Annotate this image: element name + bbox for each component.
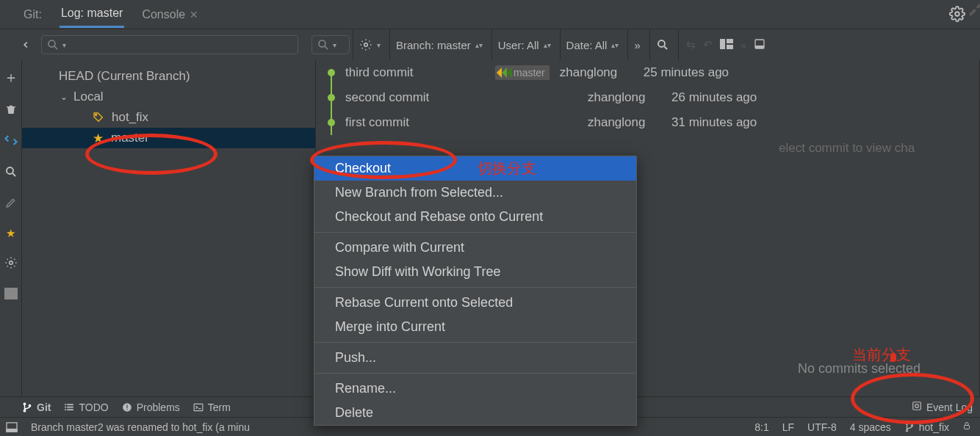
date-filter[interactable]: Date: All ▴▾ — [560, 29, 625, 60]
bottom-tab-terminal[interactable]: Term — [193, 402, 231, 413]
toolwindow-mode-icon[interactable] — [4, 288, 18, 302]
commit-search-input[interactable]: ▾ — [311, 35, 350, 54]
build-icon[interactable] — [968, 1, 980, 16]
status-toolwindow-icon[interactable] — [6, 422, 18, 432]
svg-point-22 — [24, 403, 25, 404]
menu-rename[interactable]: Rename... — [314, 377, 636, 401]
status-line-separator[interactable]: LF — [782, 421, 794, 433]
list-icon — [64, 402, 74, 413]
more-filters[interactable]: » — [627, 29, 646, 60]
top-tabs-bar: Git: Log: master Console ✕ — [0, 0, 980, 29]
svg-rect-10 — [727, 45, 733, 49]
svg-rect-25 — [65, 404, 67, 405]
lock-icon[interactable] — [962, 421, 971, 433]
event-log-button[interactable]: Event Log — [912, 401, 973, 413]
log-toolbar-actions: ⇆ ↶ » — [678, 29, 773, 60]
log-filter-bar: ▾ ▾ ▾ Branch: master ▴▾ User: All ▴▾ Dat… — [0, 29, 980, 60]
branch-search-input[interactable]: ▾ — [41, 35, 298, 54]
svg-point-1 — [48, 40, 55, 47]
svg-point-40 — [906, 423, 907, 424]
git-toolwindow-label[interactable]: Git: — [22, 2, 43, 27]
settings-tool-icon[interactable] — [4, 256, 18, 272]
add-icon[interactable]: ＋ — [4, 68, 18, 87]
undo-icon[interactable]: ↶ — [703, 38, 713, 51]
commit-row-2[interactable]: first commit zhanglong 31 minutes ago — [316, 110, 979, 135]
commit-when: 26 minutes ago — [671, 90, 757, 105]
more-actions[interactable]: » — [741, 39, 746, 51]
commit-dot-icon — [328, 69, 335, 76]
status-caret-position[interactable]: 8:1 — [754, 421, 768, 433]
bottom-tab-problems[interactable]: Problems — [122, 402, 180, 413]
search-tool-icon[interactable] — [4, 165, 18, 181]
close-icon[interactable]: ✕ — [190, 9, 198, 21]
bottom-tab-problems-label: Problems — [137, 402, 180, 413]
svg-point-37 — [915, 404, 919, 408]
fetch-icon[interactable] — [4, 134, 18, 149]
svg-point-15 — [9, 261, 12, 265]
select-commit-hint: elect commit to view cha — [779, 141, 915, 156]
commit-row-0[interactable]: third commit master zhanglong 25 minutes… — [316, 60, 979, 85]
back-icon[interactable] — [19, 38, 32, 51]
commit-author: zhanglong — [588, 115, 661, 130]
svg-point-41 — [906, 429, 907, 431]
tab-log-master[interactable]: Log: master — [60, 1, 124, 28]
svg-marker-20 — [502, 68, 507, 78]
cherry-pick-icon[interactable]: ⇆ — [686, 38, 696, 51]
status-indent[interactable]: 4 spaces — [850, 421, 891, 433]
bottom-tab-git[interactable]: Git — [22, 402, 51, 413]
bottom-tab-git-label: Git — [37, 402, 51, 413]
branch-tag-label: master — [514, 67, 545, 79]
menu-show-diff[interactable]: Show Diff with Working Tree — [314, 260, 636, 284]
menu-separator — [314, 287, 636, 288]
menu-checkout-rebase[interactable]: Checkout and Rebase onto Current — [314, 205, 636, 229]
delete-icon[interactable] — [5, 103, 17, 117]
svg-rect-36 — [913, 402, 921, 410]
commit-row-1[interactable]: second commit zhanglong 26 minutes ago — [316, 85, 979, 110]
menu-rebase-onto[interactable]: Rebase Current onto Selected — [314, 291, 636, 315]
edit-icon[interactable] — [5, 197, 17, 211]
svg-rect-43 — [965, 426, 970, 429]
commit-message: second commit — [345, 90, 485, 105]
favorite-icon[interactable]: ★ — [6, 227, 15, 240]
toolwindow-options-icon[interactable] — [754, 38, 765, 52]
menu-separator — [314, 342, 636, 343]
svg-rect-39 — [7, 429, 17, 432]
menu-compare[interactable]: Compare with Current — [314, 236, 636, 260]
bottom-tab-todo[interactable]: TODO — [64, 402, 108, 413]
gear-icon[interactable] — [949, 6, 965, 22]
svg-point-5 — [364, 43, 368, 47]
layout-icon[interactable] — [720, 39, 733, 51]
branch-hot-fix[interactable]: hot_fix — [22, 107, 315, 128]
menu-checkout[interactable]: Checkout — [314, 156, 636, 181]
menu-push[interactable]: Push... — [314, 346, 636, 370]
branch-context-menu: Checkout New Branch from Selected... Che… — [314, 156, 637, 426]
commit-dot-icon — [328, 94, 335, 101]
svg-point-24 — [29, 404, 30, 406]
filter-settings[interactable]: ▾ — [353, 29, 386, 60]
event-log-icon — [912, 401, 922, 413]
status-git-branch-label: hot_fix — [919, 421, 949, 433]
menu-new-branch[interactable]: New Branch from Selected... — [314, 181, 636, 205]
svg-rect-32 — [126, 404, 127, 408]
menu-merge[interactable]: Merge into Current — [314, 315, 636, 339]
commit-when: 25 minutes ago — [644, 65, 729, 80]
local-node[interactable]: ⌄ Local — [22, 87, 315, 107]
tab-console[interactable]: Console ✕ — [140, 2, 200, 27]
annotation-switch-branch: 切换分支 — [478, 159, 536, 178]
commit-author: zhanglong — [588, 90, 661, 105]
status-git-branch[interactable]: hot_fix — [904, 421, 949, 433]
user-filter[interactable]: User: All ▴▾ — [491, 29, 557, 60]
terminal-icon — [193, 402, 203, 413]
branch-filter[interactable]: Branch: master ▴▾ — [389, 29, 489, 60]
commit-dot-icon — [328, 119, 335, 126]
svg-rect-12 — [755, 46, 764, 48]
branch-master[interactable]: ★ master — [22, 128, 315, 148]
status-encoding[interactable]: UTF-8 — [807, 421, 837, 433]
head-node[interactable]: HEAD (Current Branch) — [22, 66, 315, 87]
svg-rect-27 — [65, 406, 67, 407]
menu-delete[interactable]: Delete — [314, 401, 636, 425]
chevron-down-icon: ⌄ — [60, 92, 68, 102]
find-button[interactable] — [649, 29, 675, 60]
branches-tree: HEAD (Current Branch) ⌄ Local hot_fix ★ … — [22, 60, 316, 396]
svg-point-42 — [911, 424, 912, 426]
